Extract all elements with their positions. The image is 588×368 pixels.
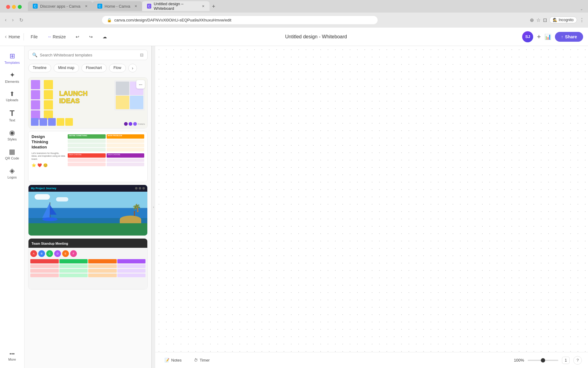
toolbar-left: ‹ Home File ↔ Resize ↩ ↪ ☁	[5, 33, 110, 41]
text-icon: T	[10, 109, 15, 117]
reload-button[interactable]: ↻	[18, 16, 24, 24]
templates-list: LAUNCHIDEAS	[24, 75, 151, 368]
tab-title-whiteboard: Untitled design – Whiteboard	[154, 2, 198, 11]
tab-close-discover[interactable]: ✕	[85, 4, 88, 8]
template-card-team-standup[interactable]: Team Standup Meeting A B C D E F	[28, 238, 148, 289]
bottom-bar: 📝 Notes ⏱ Timer 100% 1 ?	[155, 352, 588, 368]
zoom-slider[interactable]	[528, 360, 558, 361]
minimize-window-btn[interactable]	[12, 5, 16, 9]
panel-collapse-handle[interactable]: ‹	[152, 46, 155, 368]
standup-title: Team Standup Meeting	[32, 242, 68, 245]
resize-icon: ↔	[47, 34, 51, 39]
sidebar-item-templates[interactable]: ⊞ Templates	[2, 50, 23, 67]
tab-close-home[interactable]: ✕	[134, 4, 137, 8]
save-status-button[interactable]: ☁	[100, 33, 110, 41]
help-button[interactable]: ?	[573, 356, 582, 365]
sidebar-item-more[interactable]: ••• More	[2, 348, 23, 364]
browser-actions: ⊕ ☆ ⊡ 🕵 Incognito ⋮	[530, 17, 584, 23]
sailboat-illustration	[41, 199, 59, 224]
sidebar-label-text: Text	[9, 118, 15, 122]
styles-icon: ◉	[9, 129, 15, 136]
template-card-project-journey[interactable]: My Project Journey	[28, 185, 148, 236]
home-button[interactable]: ‹ Home	[5, 33, 20, 40]
search-icon: 🔍	[32, 52, 37, 57]
maximize-window-btn[interactable]	[18, 5, 22, 9]
user-avatar[interactable]: SJ	[522, 31, 533, 42]
templates-panel: 🔍 ⊟ Timeline Mind map Flowchart Flow ›	[24, 46, 152, 368]
home-chevron-icon: ‹	[5, 33, 7, 40]
qrcode-icon: ▦	[9, 148, 15, 155]
forward-button[interactable]: ›	[11, 16, 15, 24]
category-pill-mindmap[interactable]: Mind map	[54, 64, 79, 72]
close-window-btn[interactable]	[6, 5, 10, 9]
resize-button[interactable]: ↔ Resize	[44, 33, 69, 41]
redo-button[interactable]: ↪	[86, 33, 96, 41]
timer-label: Timer	[200, 358, 210, 362]
sidebar-label-templates: Templates	[4, 61, 20, 64]
search-box[interactable]: 🔍 ⊟	[28, 50, 148, 60]
template-card-design-thinking[interactable]: DesignThinkingIdeation Let's brainstorm …	[28, 131, 148, 182]
category-pill-timeline[interactable]: Timeline	[28, 64, 51, 72]
panel-search: 🔍 ⊟	[24, 46, 151, 63]
sidebar-label-logos: Logos	[8, 175, 17, 179]
file-button[interactable]: File	[28, 33, 41, 41]
sidebar-item-uploads[interactable]: ⬆ Uploads	[2, 88, 23, 105]
sidebar-item-qrcode[interactable]: ▦ QR Code	[2, 145, 23, 163]
traffic-lights	[2, 2, 25, 10]
new-tab-button[interactable]: +	[209, 2, 218, 11]
canvas-area[interactable]: 📝 Notes ⏱ Timer 100% 1 ?	[155, 46, 588, 368]
sidebar-item-styles[interactable]: ◉ Styles	[2, 126, 23, 144]
tab-favicon-whiteboard: C	[147, 4, 151, 9]
notes-button[interactable]: 📝 Notes	[161, 356, 185, 364]
incognito-icon: 🕵	[553, 18, 557, 22]
tab-favicon-discover: C	[33, 4, 38, 9]
sidebar-label-uploads: Uploads	[6, 98, 18, 102]
search-input[interactable]	[40, 53, 138, 57]
svg-marker-2	[50, 205, 57, 215]
template-thumb-design-thinking: DesignThinkingIdeation Let's brainstorm …	[28, 131, 147, 182]
canvas-dots-background	[155, 46, 588, 368]
split-view-icon[interactable]: ⊡	[543, 17, 547, 23]
main-layout: ⊞ Templates ✦ Elements ⬆ Uploads T Text …	[0, 46, 588, 368]
sidebar-label-qrcode: QR Code	[5, 156, 19, 160]
sidebar-item-elements[interactable]: ✦ Elements	[2, 69, 23, 86]
browser-tab-home[interactable]: C Home - Canva ✕	[92, 1, 142, 11]
design-thinking-title: DesignThinkingIdeation	[32, 134, 65, 150]
sidebar-label-elements: Elements	[5, 80, 19, 83]
page-number: 1	[565, 358, 567, 362]
toolbar-divider	[24, 33, 24, 40]
tab-close-whiteboard[interactable]: ✕	[202, 4, 205, 8]
home-label: Home	[9, 34, 20, 39]
category-pill-flowchart[interactable]: Flowchart	[81, 64, 107, 72]
template-more-btn-launch[interactable]: ···	[136, 80, 145, 89]
launch-ideas-title: LAUNCHIDEAS	[59, 90, 88, 105]
category-more-button[interactable]: ›	[128, 64, 137, 72]
back-button[interactable]: ‹	[4, 16, 8, 24]
analytics-button[interactable]: 📊	[545, 33, 551, 40]
add-collaborator-button[interactable]: +	[537, 33, 541, 41]
file-label: File	[31, 34, 38, 39]
project-journey-title: My Project Journey	[31, 187, 56, 190]
extensions-icon[interactable]: ⊕	[530, 17, 534, 23]
browser-tab-whiteboard[interactable]: C Untitled design – Whiteboard ✕	[142, 1, 209, 11]
share-icon: ↑	[561, 34, 563, 39]
browser-tab-discover[interactable]: C Discover apps - Canva ✕	[28, 1, 92, 11]
toolbar-center: Untitled design - Whiteboard	[115, 34, 518, 40]
sidebar-item-text[interactable]: T Text	[2, 106, 23, 125]
browser-menu-icon[interactable]: ⋮	[579, 17, 584, 23]
page-number-button[interactable]: 1	[562, 357, 570, 364]
incognito-button[interactable]: 🕵 Incognito	[549, 17, 577, 23]
undo-button[interactable]: ↩	[73, 33, 82, 41]
timer-button[interactable]: ⏱ Timer	[191, 356, 213, 364]
template-card-launch-ideas[interactable]: LAUNCHIDEAS	[28, 77, 148, 128]
share-button[interactable]: ↑ Share	[555, 32, 583, 42]
address-bar-row: ‹ › ↻ 🔒 canva.com/design/DAFNVxXl0Ol/rLl…	[0, 13, 588, 28]
sidebar-item-logos[interactable]: ◈ Logos	[2, 164, 23, 182]
timer-icon: ⏱	[194, 358, 198, 362]
svg-marker-1	[42, 202, 50, 218]
bookmark-icon[interactable]: ☆	[536, 17, 541, 23]
template-thumb-launch-ideas: LAUNCHIDEAS	[28, 78, 147, 128]
filter-icon[interactable]: ⊟	[140, 52, 144, 57]
category-pill-flow[interactable]: Flow	[109, 64, 126, 72]
address-bar[interactable]: 🔒 canva.com/design/DAFNVxXl0Ol/rLl-sEQPu…	[102, 16, 378, 24]
